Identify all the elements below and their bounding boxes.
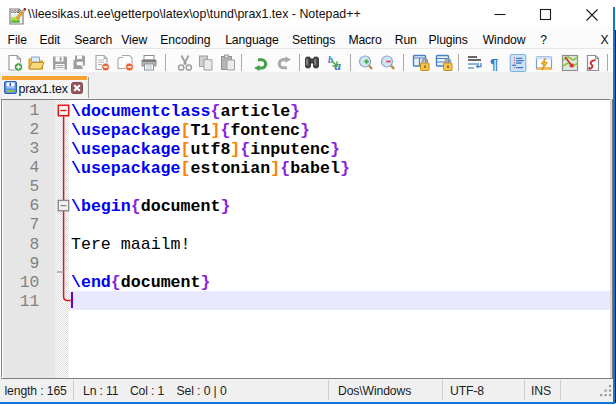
svg-text:¶: ¶ xyxy=(490,55,498,72)
svg-text:b: b xyxy=(328,54,333,65)
